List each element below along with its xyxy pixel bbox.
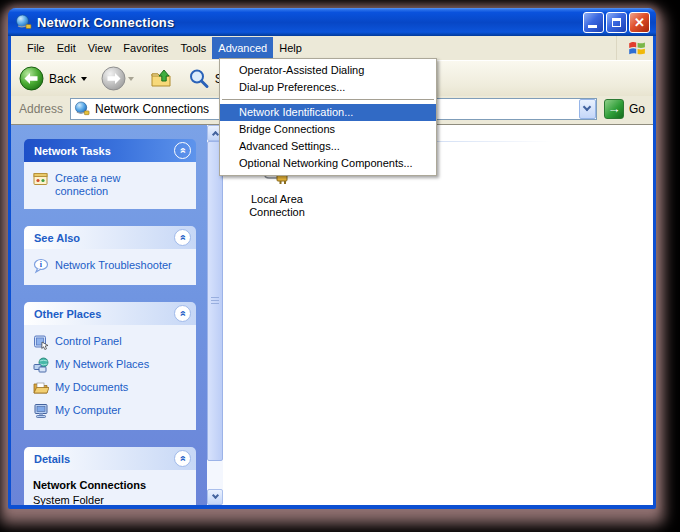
menu-tools[interactable]: Tools bbox=[175, 37, 213, 59]
scroll-down-button[interactable] bbox=[207, 489, 223, 505]
pane-title: Network Tasks bbox=[34, 145, 111, 157]
pane-network-tasks: Network Tasks » Create a new connectio bbox=[24, 139, 196, 209]
back-label: Back bbox=[49, 72, 76, 86]
close-icon: ✕ bbox=[634, 16, 645, 29]
content-area: Network Tasks » Create a new connectio bbox=[11, 124, 653, 505]
up-button[interactable] bbox=[150, 67, 174, 91]
pane-other-places: Other Places » Control Panel bbox=[24, 302, 196, 430]
search-icon bbox=[188, 68, 210, 90]
help-balloon-icon: i bbox=[33, 258, 49, 274]
minimize-icon bbox=[588, 25, 597, 28]
advanced-dropdown-menu: Operator-Assisted Dialing Dial-up Prefer… bbox=[219, 58, 437, 176]
link-label: My Computer bbox=[55, 403, 121, 417]
chevron-up-icon: » bbox=[177, 455, 188, 461]
my-documents-icon bbox=[33, 380, 49, 396]
pane-body: Network Connections System Folder bbox=[24, 470, 196, 505]
pane-header-other-places[interactable]: Other Places » bbox=[24, 302, 196, 325]
link-create-new-connection[interactable]: Create a new connection bbox=[33, 171, 192, 198]
chevron-up-icon: » bbox=[177, 310, 188, 316]
go-label: Go bbox=[629, 102, 645, 116]
collapse-button[interactable]: » bbox=[174, 450, 191, 467]
maximize-button[interactable] bbox=[606, 12, 627, 33]
network-connections-window: Network Connections ✕ File Edit View Fav… bbox=[8, 8, 656, 509]
link-label: Network Troubleshooter bbox=[55, 258, 172, 272]
close-button[interactable]: ✕ bbox=[629, 12, 650, 33]
menu-help[interactable]: Help bbox=[273, 37, 308, 59]
forward-icon bbox=[101, 66, 126, 91]
connection-item-label: Local Area Connection bbox=[233, 193, 321, 219]
my-computer-icon bbox=[33, 403, 49, 419]
go-arrow-icon: → bbox=[607, 101, 620, 116]
menu-item-advanced-settings[interactable]: Advanced Settings... bbox=[220, 138, 436, 155]
menu-view[interactable]: View bbox=[82, 37, 118, 59]
chevron-down-icon bbox=[583, 103, 591, 111]
link-my-documents[interactable]: My Documents bbox=[33, 380, 192, 396]
link-label: Control Panel bbox=[55, 334, 122, 348]
menu-advanced[interactable]: Advanced bbox=[212, 37, 273, 59]
windows-logo-icon bbox=[627, 38, 647, 58]
menu-edit[interactable]: Edit bbox=[51, 37, 82, 59]
scrollbar-track[interactable] bbox=[207, 461, 223, 489]
address-dropdown-button[interactable] bbox=[579, 99, 596, 119]
collapse-button[interactable]: » bbox=[174, 305, 191, 322]
menu-item-dialup-preferences[interactable]: Dial-up Preferences... bbox=[220, 79, 436, 96]
network-places-icon bbox=[33, 357, 49, 373]
menu-separator bbox=[222, 99, 434, 100]
link-control-panel[interactable]: Control Panel bbox=[33, 334, 192, 350]
menu-item-bridge-connections[interactable]: Bridge Connections bbox=[220, 121, 436, 138]
address-location-icon bbox=[74, 101, 90, 117]
back-button[interactable]: Back bbox=[19, 66, 87, 91]
network-connections-icon bbox=[15, 14, 32, 31]
menu-item-optional-networking-components[interactable]: Optional Networking Components... bbox=[220, 155, 436, 172]
control-panel-icon bbox=[33, 334, 49, 350]
menu-favorites[interactable]: Favorites bbox=[117, 37, 174, 59]
up-folder-icon bbox=[150, 67, 174, 91]
pane-header-details[interactable]: Details » bbox=[24, 447, 196, 470]
link-my-network-places[interactable]: My Network Places bbox=[33, 357, 192, 373]
minimize-button[interactable] bbox=[583, 12, 604, 33]
details-item-name: Network Connections bbox=[33, 479, 192, 491]
pane-header-see-also[interactable]: See Also » bbox=[24, 226, 196, 249]
task-pane-sidebar: Network Tasks » Create a new connectio bbox=[11, 125, 207, 505]
forward-button[interactable] bbox=[101, 66, 134, 91]
folder-view[interactable]: Local Area Connection bbox=[223, 125, 653, 505]
pane-see-also: See Also » i Network Troubleshooter bbox=[24, 226, 196, 285]
chevron-up-icon: » bbox=[177, 234, 188, 240]
forward-dropdown-caret-icon bbox=[128, 77, 134, 81]
maximize-icon bbox=[612, 18, 621, 27]
pane-title: Details bbox=[34, 453, 70, 465]
collapse-button[interactable]: » bbox=[174, 142, 191, 159]
link-label: My Network Places bbox=[55, 357, 149, 371]
go-button[interactable]: → bbox=[604, 99, 624, 119]
pane-body: Control Panel My Network Places bbox=[24, 325, 196, 430]
desktop-background: Network Connections ✕ File Edit View Fav… bbox=[0, 0, 680, 532]
pane-title: See Also bbox=[34, 232, 80, 244]
scrollbar-thumb[interactable] bbox=[207, 141, 223, 461]
pane-body: i Network Troubleshooter bbox=[24, 249, 196, 285]
link-my-computer[interactable]: My Computer bbox=[33, 403, 192, 419]
new-connection-icon bbox=[33, 171, 49, 187]
address-label: Address bbox=[19, 102, 63, 116]
collapse-button[interactable]: » bbox=[174, 229, 191, 246]
pane-header-network-tasks[interactable]: Network Tasks » bbox=[24, 139, 196, 162]
title-bar[interactable]: Network Connections ✕ bbox=[8, 8, 656, 36]
scroll-down-icon bbox=[211, 492, 218, 499]
details-item-type: System Folder bbox=[33, 494, 192, 505]
menu-item-network-identification[interactable]: Network Identification... bbox=[220, 104, 436, 121]
link-label: My Documents bbox=[55, 380, 128, 394]
menu-bar: File Edit View Favorites Tools Advanced … bbox=[11, 36, 653, 60]
menu-file[interactable]: File bbox=[21, 37, 51, 59]
pane-details: Details » Network Connections System Fol… bbox=[24, 447, 196, 505]
chevron-up-icon: » bbox=[177, 147, 188, 153]
menubar-branding bbox=[616, 36, 653, 60]
menu-item-operator-assisted-dialing[interactable]: Operator-Assisted Dialing bbox=[220, 62, 436, 79]
scroll-up-icon bbox=[211, 131, 218, 138]
pane-title: Other Places bbox=[34, 308, 101, 320]
pane-body: Create a new connection bbox=[24, 162, 196, 209]
window-title: Network Connections bbox=[37, 15, 174, 30]
vertical-scrollbar[interactable] bbox=[207, 125, 223, 505]
link-label: Create a new connection bbox=[55, 171, 173, 198]
link-network-troubleshooter[interactable]: i Network Troubleshooter bbox=[33, 258, 192, 274]
go-group: → Go bbox=[604, 99, 645, 119]
back-dropdown-caret-icon[interactable] bbox=[81, 77, 87, 81]
